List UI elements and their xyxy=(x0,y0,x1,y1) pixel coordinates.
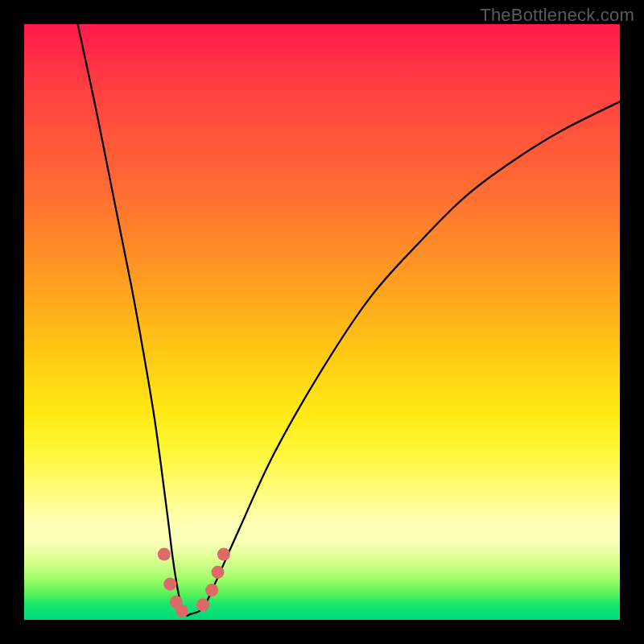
curve-marker xyxy=(217,548,230,561)
watermark-label: TheBottleneck.com xyxy=(480,5,634,26)
bottleneck-curve xyxy=(78,24,620,616)
curve-marker xyxy=(158,548,171,561)
chart-frame: TheBottleneck.com xyxy=(0,0,644,644)
chart-svg xyxy=(24,24,620,620)
curve-markers xyxy=(158,548,230,617)
chart-plot-area xyxy=(24,24,620,620)
curve-marker xyxy=(205,584,218,597)
curve-marker xyxy=(196,599,209,612)
curve-marker xyxy=(175,605,188,617)
curve-marker xyxy=(212,566,225,579)
curve-marker xyxy=(163,578,176,591)
